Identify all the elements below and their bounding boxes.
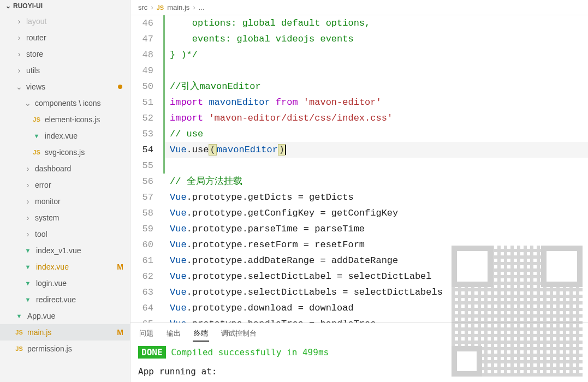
line-number: 65 [130,316,153,323]
chevron-right-icon: › [14,50,24,58]
js-icon: JS [14,329,24,336]
breadcrumb-seg[interactable]: src [138,3,147,11]
tree-file[interactable]: ▼index.vue [0,128,130,144]
panel-tab[interactable]: 问题 [138,326,155,342]
code-line[interactable]: import 'mavon-editor/dist/css/index.css' [163,110,588,126]
code-line[interactable]: Vue.prototype.handleTree = handleTree [163,316,588,323]
chevron-right-icon: › [23,230,33,238]
code-line[interactable]: import mavonEditor from 'mavon-editor' [163,94,588,110]
bottom-panel: 问题输出终端调试控制台 DONE Compiled successfully i… [130,323,588,382]
code-line[interactable]: options: global default options, [163,15,588,31]
tree-item-label: router [26,33,130,42]
line-number: 60 [130,237,153,253]
terminal-output[interactable]: DONE Compiled successfully in 499ms App … [130,342,588,382]
tree-item-label: index.vue [45,132,130,140]
chevron-down-icon: ⌄ [14,82,24,91]
editor-area: src › JS main.js › ... 46474849505152535… [130,0,588,382]
code-line[interactable]: Vue.prototype.resetForm = resetForm [163,237,588,253]
tree-folder[interactable]: ›router [0,29,130,46]
line-number: 59 [130,221,153,237]
js-icon: JS [14,345,24,352]
code-line[interactable]: Vue.prototype.selectDictLabel = selectDi… [163,268,588,284]
code-line[interactable]: Vue.prototype.getDicts = getDicts [163,189,588,205]
js-icon: JS [157,4,164,11]
tree-file[interactable]: ▼login.vue [0,275,130,291]
breadcrumb-seg[interactable]: ... [199,3,205,11]
line-number: 51 [130,94,153,110]
panel-tab[interactable]: 终端 [193,326,209,342]
panel-tab[interactable]: 调试控制台 [220,326,258,342]
tree-file[interactable]: ▼index.vueM [0,259,130,275]
line-number: 54 [130,142,153,158]
line-number: 61 [130,253,153,268]
code-line[interactable]: Vue.use(mavonEditor) [163,142,588,158]
tree-folder[interactable]: ›monitor [0,193,130,210]
tree-item-label: components \ icons [35,99,130,108]
chevron-right-icon: › [23,197,33,206]
tree-item-label: store [26,50,130,58]
line-gutter: 4647484950515253545556575859606162636465 [130,15,163,323]
compile-message: Compiled successfully in 499ms [166,347,329,357]
tree-item-label: utils [26,66,130,75]
tree-item-label: monitor [35,197,130,206]
tree-folder[interactable]: ⌄views [0,79,130,95]
code-editor[interactable]: 4647484950515253545556575859606162636465… [130,15,588,323]
tree-file[interactable]: JSsvg-icons.js [0,144,130,160]
line-number: 53 [130,126,153,142]
code-line[interactable]: //引入mavonEditor [163,79,588,94]
tree-item-label: views [26,82,118,91]
js-icon: JS [32,116,41,123]
git-status-badge: M [117,262,123,271]
tree-folder[interactable]: ›system [0,210,130,226]
tree-file[interactable]: ▼index_v1.vue [0,242,130,259]
line-number: 50 [130,79,153,94]
tree-folder[interactable]: ›tool [0,226,130,242]
tree-file[interactable]: JSmain.jsM [0,324,130,341]
tree-item-label: error [35,181,130,189]
code-line[interactable]: Vue.prototype.download = download [163,300,588,316]
code-line[interactable]: Vue.prototype.getConfigKey = getConfigKe… [163,205,588,221]
tree-item-label: svg-icons.js [45,148,130,157]
line-number: 58 [130,205,153,221]
line-number: 62 [130,268,153,284]
tree-item-label: login.vue [36,279,130,288]
code-line[interactable] [163,158,588,174]
panel-tab[interactable]: 输出 [165,326,182,342]
terminal-line: App running at: [138,366,580,377]
tree-item-label: main.js [27,328,117,337]
explorer-header[interactable]: ⌄ RUOYI-UI [0,0,130,12]
breadcrumb[interactable]: src › JS main.js › ... [130,0,588,15]
tree-file[interactable]: ▼App.vue [0,308,130,324]
code-line[interactable] [163,63,588,79]
tree-folder[interactable]: ›utils [0,62,130,79]
line-number: 49 [130,63,153,79]
tree-item-label: system [35,213,130,222]
tree-folder[interactable]: ›layout [0,13,130,29]
code-line[interactable]: } )*/ [163,47,588,63]
tree-item-label: App.vue [27,312,130,320]
line-number: 55 [130,158,153,174]
modified-dot-icon [118,85,122,89]
chevron-right-icon: › [14,17,24,26]
panel-tabs: 问题输出终端调试控制台 [130,323,588,342]
code-content[interactable]: options: global default options, events:… [163,15,588,323]
chevron-right-icon: › [14,33,24,42]
code-line[interactable]: Vue.prototype.parseTime = parseTime [163,221,588,237]
tree-folder[interactable]: ›error [0,177,130,193]
tree-file[interactable]: JSelement-icons.js [0,111,130,128]
line-number: 63 [130,284,153,300]
tree-folder[interactable]: ›store [0,46,130,62]
code-line[interactable]: // 全局方法挂载 [163,174,588,189]
tree-item-label: permission.js [27,344,130,353]
tree-file[interactable]: ▼redirect.vue [0,291,130,308]
code-line[interactable]: Vue.prototype.addDateRange = addDateRang… [163,253,588,268]
breadcrumb-seg[interactable]: main.js [167,3,189,11]
code-line[interactable]: events: global videojs events [163,31,588,47]
code-line[interactable]: // use [163,126,588,142]
line-number: 52 [130,110,153,126]
tree-file[interactable]: JSpermission.js [0,341,130,357]
tree-folder[interactable]: ›dashboard [0,160,130,177]
code-line[interactable]: Vue.prototype.selectDictLabels = selectD… [163,284,588,300]
vue-icon: ▼ [23,296,33,303]
tree-folder[interactable]: ⌄components \ icons [0,95,130,111]
